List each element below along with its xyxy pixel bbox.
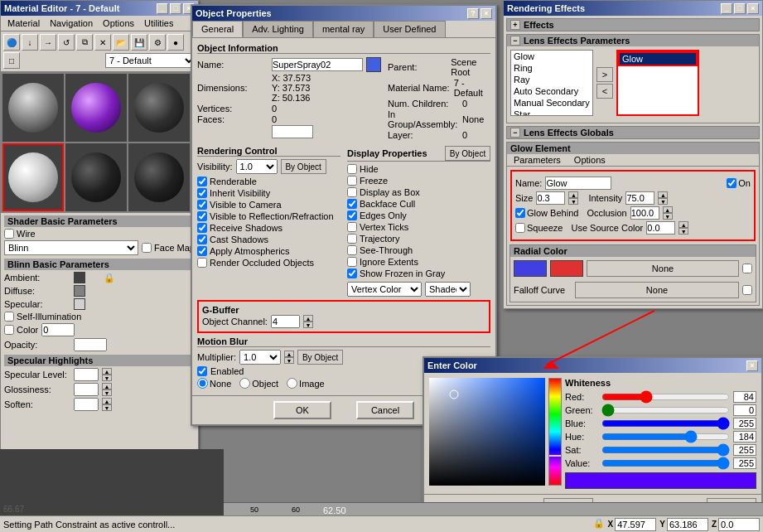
effect-glow[interactable]: Glow <box>511 51 592 62</box>
value-slider[interactable] <box>601 458 730 468</box>
color-gradient-container[interactable] <box>429 378 545 486</box>
glow-tab-options[interactable]: Options <box>567 154 612 166</box>
apply-atmospherics-cb[interactable]: Apply Atmospherics <box>197 246 340 256</box>
effects-listbox[interactable]: Glow Ring Ray Auto Secondary Manual Seco… <box>510 50 593 116</box>
effect-ring[interactable]: Ring <box>511 62 592 74</box>
re-close-button[interactable]: × <box>747 3 759 14</box>
minimize-button[interactable]: _ <box>157 3 168 14</box>
ok-button[interactable]: OK <box>273 401 331 419</box>
usc-up[interactable]: ▲ <box>678 221 688 228</box>
edges-only-checkbox[interactable] <box>347 210 357 220</box>
red-slider[interactable] <box>601 392 730 402</box>
remove-effect-button[interactable]: < <box>596 84 613 99</box>
receive-shadows-checkbox[interactable] <box>197 223 207 233</box>
backface-cull-cb[interactable]: Backface Cull <box>347 199 490 209</box>
intensity-up[interactable]: ▲ <box>658 191 668 198</box>
display-as-box-cb[interactable]: Display as Box <box>347 187 490 197</box>
object-channel-up[interactable]: ▲ <box>303 315 313 322</box>
spec-level-down[interactable]: ▼ <box>102 375 112 381</box>
occ-up[interactable]: ▲ <box>663 206 673 213</box>
spec-level-input[interactable]: 0 <box>74 368 99 381</box>
menu-material[interactable]: Material <box>2 17 45 29</box>
hue-bar[interactable] <box>548 378 562 486</box>
show-frozen-checkbox[interactable] <box>347 268 357 278</box>
material-slot-select[interactable]: 7 - Default <box>105 53 196 68</box>
use-source-color-input[interactable] <box>646 221 675 235</box>
usc-down[interactable]: ▼ <box>678 228 688 235</box>
visible-reflection-checkbox[interactable] <box>197 211 207 221</box>
copy-material-button[interactable]: ⧉ <box>76 34 93 51</box>
assign-to-sel-button[interactable]: → <box>40 34 56 51</box>
receive-shadows-cb[interactable]: Receive Shadows <box>197 223 340 233</box>
faces-extra-input[interactable] <box>272 125 313 138</box>
opacity-value[interactable] <box>74 338 107 351</box>
see-through-checkbox[interactable] <box>347 245 357 255</box>
effect-ray[interactable]: Ray <box>511 74 592 85</box>
vertex-color-select[interactable]: Vertex Color <box>347 282 422 297</box>
menu-navigation[interactable]: Navigation <box>45 17 98 29</box>
motion-blur-by-object-button[interactable]: By Object <box>297 350 343 365</box>
active-effect-glow[interactable]: Glow <box>618 51 698 66</box>
mat-preview-6[interactable] <box>128 143 190 211</box>
show-frozen-cb[interactable]: Show Frozen in Gray <box>347 268 490 278</box>
visible-camera-checkbox[interactable] <box>197 200 207 210</box>
hue-value-input[interactable] <box>733 431 756 443</box>
vertex-ticks-checkbox[interactable] <box>347 222 357 232</box>
red-value-input[interactable] <box>733 391 756 403</box>
options-button[interactable]: ⚙ <box>149 34 166 51</box>
glow-name-input[interactable] <box>545 177 611 190</box>
lens-globals-collapse-button[interactable]: − <box>510 128 520 138</box>
mb-image-radio[interactable] <box>287 378 297 389</box>
add-effect-button[interactable]: > <box>596 67 613 82</box>
blue-slider[interactable] <box>601 418 730 428</box>
size-input[interactable] <box>536 191 565 205</box>
render-occluded-cb[interactable]: Render Occluded Objects <box>197 258 340 268</box>
ignore-extents-cb[interactable]: Ignore Extents <box>347 257 490 267</box>
sat-value-input[interactable] <box>733 444 756 456</box>
glow-on-checkbox[interactable] <box>727 178 736 188</box>
tab-user-defined[interactable]: User Defined <box>374 21 445 37</box>
renderable-checkbox[interactable] <box>197 177 207 186</box>
specular-swatch[interactable] <box>74 298 85 310</box>
mb-object-radio[interactable] <box>239 378 250 389</box>
mat-preview-3[interactable] <box>128 74 190 142</box>
see-through-cb[interactable]: See-Through <box>347 245 490 255</box>
trajectory-cb[interactable]: Trajectory <box>347 234 490 244</box>
color-checkbox[interactable] <box>4 325 14 335</box>
freeze-checkbox[interactable] <box>347 176 357 186</box>
inherit-visibility-checkbox[interactable] <box>197 188 207 198</box>
face-map-checkbox[interactable] <box>142 243 152 253</box>
effects-collapse-button[interactable]: + <box>510 20 520 30</box>
display-by-object-button[interactable]: By Object <box>445 146 490 161</box>
shader-type-select[interactable]: Blinn <box>4 240 138 255</box>
falloff-curve-checkbox[interactable] <box>742 285 752 295</box>
soften-up[interactable]: ▲ <box>102 398 112 404</box>
radial-color-blue-button[interactable] <box>514 260 547 277</box>
green-slider[interactable] <box>601 405 730 415</box>
mb-enabled-checkbox[interactable] <box>197 366 207 376</box>
reset-map-button[interactable]: ↺ <box>58 34 75 51</box>
name-color-swatch[interactable] <box>366 57 381 72</box>
menu-utilities[interactable]: Utilities <box>139 17 178 29</box>
color-gradient-canvas[interactable] <box>429 378 545 486</box>
put-to-scene-button[interactable]: ↓ <box>22 34 38 51</box>
glossiness-up[interactable]: ▲ <box>102 383 112 389</box>
lens-params-collapse-button[interactable]: − <box>510 36 520 46</box>
sat-slider[interactable] <box>601 445 730 455</box>
active-effects-listbox[interactable]: Glow <box>616 50 699 116</box>
falloff-none-button[interactable]: None <box>575 282 739 298</box>
inherit-visibility-cb[interactable]: Inherit Visibility <box>197 188 340 198</box>
effect-auto-secondary[interactable]: Auto Secondary <box>511 85 592 97</box>
trajectory-checkbox[interactable] <box>347 234 357 244</box>
shaded-select[interactable]: Shaded <box>425 282 471 297</box>
backface-cull-checkbox[interactable] <box>347 199 357 209</box>
radial-color-red-button[interactable] <box>550 260 583 277</box>
value-input[interactable] <box>733 457 756 469</box>
soften-down[interactable]: ▼ <box>102 404 112 411</box>
visibility-select[interactable]: 1.0 <box>236 159 278 174</box>
self-illum-value[interactable] <box>41 323 75 336</box>
object-channel-down[interactable]: ▼ <box>303 322 313 328</box>
tab-mental-ray[interactable]: mental ray <box>313 21 374 37</box>
mat-preview-5[interactable] <box>65 143 127 211</box>
intensity-down[interactable]: ▼ <box>658 198 668 205</box>
